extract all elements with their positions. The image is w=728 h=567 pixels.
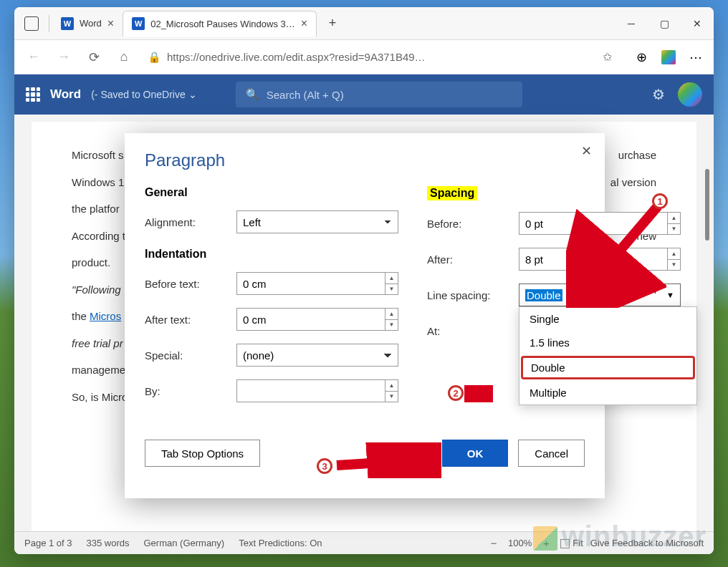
spin-up-icon[interactable]: ▲ <box>668 213 680 224</box>
text-predictions[interactable]: Text Predictions: On <box>239 538 322 548</box>
cancel-button[interactable]: Cancel <box>518 440 585 467</box>
section-spacing: Spacing <box>427 186 477 200</box>
annotation-marker-1: 1 <box>652 193 668 209</box>
spin-up-icon[interactable]: ▲ <box>385 273 398 284</box>
word-count[interactable]: 335 words <box>87 538 130 548</box>
dialog-title: Paragraph <box>145 150 585 170</box>
before-spinner[interactable]: ▲▼ <box>519 212 681 235</box>
tab-document[interactable]: W 02_Microsoft Pauses Windows 3… × <box>123 11 317 37</box>
extension-icon[interactable] <box>656 50 681 64</box>
spin-down-icon[interactable]: ▼ <box>385 320 398 331</box>
line-spacing-dropdown: Single 1.5 lines Double Multiple <box>519 306 697 405</box>
annotation-marker-3: 3 <box>317 458 332 474</box>
chevron-down-icon: ▼ <box>666 291 674 299</box>
maximize-button[interactable]: ▢ <box>648 7 681 40</box>
minimize-button[interactable]: ─ <box>615 7 648 40</box>
app-launcher-icon[interactable] <box>26 87 40 102</box>
separator <box>49 15 49 32</box>
paragraph-dialog: ✕ Paragraph General Alignment: Left Inde… <box>125 133 605 498</box>
after-text-spinner[interactable]: ▲▼ <box>236 308 398 331</box>
ok-button[interactable]: OK <box>442 440 509 467</box>
watermark: winbuzzer <box>533 520 707 553</box>
close-icon[interactable]: × <box>301 17 307 30</box>
section-general: General <box>145 186 398 199</box>
tab-title: 02_Microsoft Pauses Windows 3… <box>150 19 295 29</box>
option-single[interactable]: Single <box>519 307 696 331</box>
language-indicator[interactable]: German (Germany) <box>143 538 224 548</box>
left-column: General Alignment: Left Indentation Befo… <box>145 186 398 414</box>
search-icon: 🔍 <box>246 88 259 101</box>
label-after: After: <box>427 253 519 266</box>
avatar[interactable] <box>678 82 702 107</box>
alignment-select[interactable]: Left <box>236 210 398 233</box>
window-controls: ─ ▢ ✕ <box>615 7 714 40</box>
word-file-icon: W <box>61 17 74 30</box>
link[interactable]: Micros <box>90 310 121 322</box>
address-bar: ← → ⟳ ⌂ 🔒 https://onedrive.live.com/edit… <box>14 40 714 74</box>
before-text-spinner[interactable]: ▲▼ <box>236 272 398 295</box>
label-special: Special: <box>145 349 236 362</box>
titlebar: W Word × W 02_Microsoft Pauses Windows 3… <box>14 7 714 40</box>
back-button[interactable]: ← <box>20 44 47 71</box>
after-spinner[interactable]: ▲▼ <box>519 248 681 271</box>
new-tab-button[interactable]: + <box>321 12 344 35</box>
close-button[interactable]: ✕ <box>681 7 714 40</box>
lock-icon: 🔒 <box>148 51 161 64</box>
url-field[interactable]: 🔒 https://onedrive.live.com/edit.aspx?re… <box>140 45 626 69</box>
label-at: At: <box>427 325 519 337</box>
label-by: By: <box>145 385 236 397</box>
spin-down-icon[interactable]: ▼ <box>668 224 680 235</box>
close-icon[interactable]: ✕ <box>581 143 592 159</box>
special-select[interactable]: (none) <box>236 344 398 367</box>
right-column: Spacing Before: ▲▼ After: ▲▼ Li <box>427 186 681 414</box>
spin-up-icon[interactable]: ▲ <box>385 309 398 320</box>
app-title: Word <box>50 87 81 102</box>
option-double[interactable]: Double <box>521 356 695 379</box>
save-status[interactable]: (- Saved to OneDrive ⌄ <box>91 89 197 100</box>
spin-down-icon[interactable]: ▼ <box>385 284 398 295</box>
label-alignment: Alignment: <box>145 216 236 228</box>
label-line-spacing: Line spacing: <box>427 289 519 301</box>
tab-title: Word <box>80 18 102 29</box>
tab-actions-icon[interactable] <box>24 16 39 31</box>
by-spinner[interactable]: ▲▼ <box>236 379 398 402</box>
line-spacing-select[interactable]: Double ▼ <box>519 284 681 306</box>
label-after-text: After text: <box>145 314 236 326</box>
option-multiple[interactable]: Multiple <box>519 381 696 404</box>
zoom-level[interactable]: 100% <box>508 538 532 548</box>
section-indentation: Indentation <box>145 248 398 261</box>
gear-icon[interactable]: ⚙ <box>652 86 665 103</box>
browser-window: W Word × W 02_Microsoft Pauses Windows 3… <box>14 7 714 554</box>
search-input[interactable]: 🔍 Search (Alt + Q) <box>236 82 522 107</box>
home-button[interactable]: ⌂ <box>110 44 138 71</box>
search-placeholder: Search (Alt + Q) <box>267 89 344 101</box>
refresh-button[interactable]: ⟳ <box>80 44 107 71</box>
spin-up-icon[interactable]: ▲ <box>385 380 398 392</box>
url-text: https://onedrive.live.com/edit.aspx?resi… <box>167 51 589 63</box>
forward-button[interactable]: → <box>50 44 77 71</box>
collections-icon[interactable]: ⊕ <box>629 49 653 65</box>
annotation-marker-2: 2 <box>448 385 464 401</box>
spin-down-icon[interactable]: ▼ <box>385 392 398 402</box>
close-icon[interactable]: × <box>107 17 114 30</box>
spin-down-icon[interactable]: ▼ <box>668 260 680 271</box>
tab-word[interactable]: W Word × <box>52 11 123 37</box>
scrollbar[interactable] <box>705 169 709 241</box>
option-15-lines[interactable]: 1.5 lines <box>519 331 696 354</box>
favorite-icon[interactable]: ✩ <box>595 50 619 64</box>
tab-stop-button[interactable]: Tab Stop Options <box>145 440 260 467</box>
label-before: Before: <box>427 218 519 230</box>
word-header: Word (- Saved to OneDrive ⌄ 🔍 Search (Al… <box>14 74 714 115</box>
spin-up-icon[interactable]: ▲ <box>668 248 680 260</box>
zoom-out-button[interactable]: − <box>487 537 501 549</box>
chevron-down-icon: ⌄ <box>188 89 197 100</box>
page-indicator[interactable]: Page 1 of 3 <box>24 538 72 548</box>
word-file-icon: W <box>132 17 145 30</box>
more-icon[interactable]: ⋯ <box>684 49 708 65</box>
label-before-text: Before text: <box>145 278 236 290</box>
